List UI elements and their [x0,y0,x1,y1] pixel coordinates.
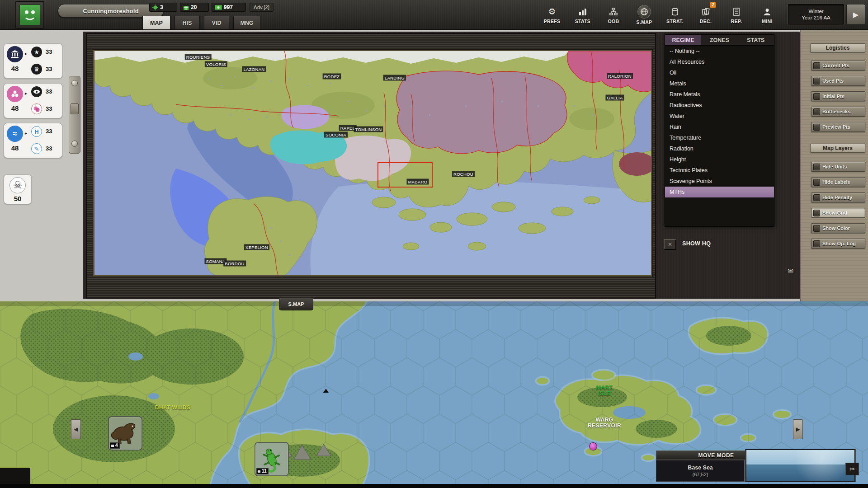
toolbar-stats-button[interactable]: STATS [569,1,597,28]
region-label-mart-isle[interactable]: MART ISLE [591,385,618,397]
city-label[interactable]: LAZONAN [242,66,266,72]
pink-marker[interactable] [589,442,597,450]
city-name: Cunningmoreshold [83,8,139,14]
city-label[interactable]: ROURIENS [185,54,212,60]
rail-button[interactable] [71,103,79,114]
next-turn-button[interactable]: ▶ [846,4,865,25]
tab-his[interactable]: HIS [175,16,200,29]
layer-item[interactable]: -- Nothing -- [665,46,774,56]
layer-item[interactable]: Scavenge Points [665,176,774,187]
button-label: Bottlenecks [822,109,850,114]
play-icon: ▶ [853,10,859,19]
resource-value: 20 [191,4,197,10]
smap-tab[interactable]: S.MAP [279,298,313,310]
tile-name: Base Sea [688,465,713,471]
city-label[interactable]: TOMLINSON [354,127,383,132]
panel-tab-zones[interactable]: ZONES [701,35,737,45]
layer-item[interactable]: Rare Metals [665,89,774,100]
toolbar-smap-button[interactable]: S.MAP [630,1,658,28]
stat-value: 33 [46,66,59,72]
layer-item[interactable]: Radioactives [665,100,774,111]
rail-knob[interactable] [71,141,78,147]
scissors-icon[interactable]: ✂ [845,463,859,475]
maplayer-button-hide-units[interactable]: Hide Units [811,162,865,172]
strategic-map[interactable]: ROURIENS VOLORIS LAZONAN RODEZ LANDING R… [93,50,652,277]
unit-lizard[interactable]: 11 [255,442,289,476]
rail-knob[interactable] [71,80,78,86]
city-label[interactable]: ROCHOU [452,171,475,177]
purple-region [396,71,567,154]
adv-label: Adv.[2] [254,5,269,10]
envelope-icon[interactable]: ✉ [788,267,793,275]
city-label[interactable]: RODEZ [323,74,341,80]
logistics-button-used-pts[interactable]: Used Pts [811,76,865,86]
water-icon: ≈ [7,126,23,142]
layer-item[interactable]: Rain [665,122,774,132]
layer-item[interactable]: Oil [665,67,774,78]
button-icon [813,179,820,186]
toolbar-oob-button[interactable]: OOB [599,1,627,28]
city-label[interactable]: MABARO [407,179,429,185]
chevron-right-icon[interactable]: ▸ [25,91,27,96]
layer-item[interactable]: Tectonic Plates [665,165,774,176]
button-icon [813,93,820,100]
toolbar-rep-button[interactable]: REP. [722,1,750,28]
layer-item[interactable]: Height [665,154,774,165]
minimap-preview[interactable] [745,449,855,482]
city-label[interactable]: BORDOU [223,261,246,267]
toolbar-label: OOB [608,19,619,24]
toolbar-mini-button[interactable]: MINI [753,1,781,28]
maplayer-button-show-op-log[interactable]: Show Op. Log [811,239,865,249]
globe-icon [637,5,651,19]
panel-tab-stats[interactable]: STATS [738,35,774,45]
toolbar-prefs-button[interactable]: ⚙ PREFS [538,1,566,28]
scroll-right-button[interactable]: ▶ [793,419,803,439]
city-label[interactable]: LANDING [383,75,406,81]
city-label[interactable]: RALORION [607,73,633,79]
toolbar-dec-button[interactable]: 2 DEC. [692,1,720,28]
tab-map[interactable]: MAP [142,16,170,29]
chevron-right-icon[interactable]: ▸ [25,131,27,136]
chevron-right-icon[interactable]: ▸ [25,51,27,56]
stat-group-culture: 48 ▸ 33 33 [4,83,62,118]
toolbar-label: REP. [731,19,742,24]
layer-item[interactable]: All Resources [665,56,774,67]
logistics-button-bottlenecks[interactable]: Bottlenecks [811,107,865,117]
tab-mng[interactable]: MNG [233,16,260,29]
logistics-button-initial-pts[interactable]: Initial Pts [811,91,865,101]
smap-overlay: ROURIENS VOLORIS LAZONAN RODEZ LANDING R… [83,32,800,299]
maplayer-button-show-color[interactable]: Show Color [811,223,865,233]
tab-vid[interactable]: VID [204,16,229,29]
unit-beast[interactable]: 4 [108,416,142,450]
logistics-button-preview-pts[interactable]: Preview Pts [811,122,865,132]
toolbar-label: PREFS [544,19,561,24]
world-map[interactable]: DHAT WILDS MART ISLE WARG RESERVOIR 4 [0,301,868,488]
region-label-dhat-wilds[interactable]: DHAT WILDS [152,405,193,411]
strategic-map-svg[interactable] [94,51,652,277]
scroll-left-button[interactable]: ◀ [71,419,81,439]
city-label[interactable]: VOLORIS [205,61,227,67]
maplayer-button-show-grid[interactable]: Show Grid [811,208,865,218]
unit-count-badge: 4 [110,442,120,449]
city-label[interactable]: SOCONIA [324,132,348,138]
faction-emblem[interactable] [15,1,44,29]
layer-item[interactable]: Temperature [665,132,774,143]
city-label[interactable]: GALLIA [605,95,624,101]
logistics-button-current-pts[interactable]: Current Pts [811,61,865,70]
adv-tab[interactable]: Adv.[2] [250,3,274,12]
maplayer-button-hide-penalty[interactable]: Hide Penalty [811,192,865,202]
layer-item[interactable]: Radiation [665,143,774,154]
toolbar-strat-button[interactable]: STRAT. [661,1,689,28]
layer-item-mths[interactable]: MTHs [665,187,774,197]
layer-item[interactable]: Water [665,111,774,122]
show-hq-checkbox[interactable]: ✕ [664,239,676,250]
region-label-warg-reservoir[interactable]: WARG RESERVOIR [585,417,623,429]
city-label[interactable]: XEPELION [244,244,269,250]
credits-icon [215,5,222,10]
layer-item[interactable]: Metals [665,78,774,89]
unit-count-badge: 11 [256,468,269,474]
maplayer-button-hide-labels[interactable]: Hide Labels [811,177,865,187]
move-mode-label: MOVE MODE [698,452,734,459]
stat-value: 48 [6,104,24,112]
panel-tab-regime[interactable]: REGIME [665,35,701,45]
